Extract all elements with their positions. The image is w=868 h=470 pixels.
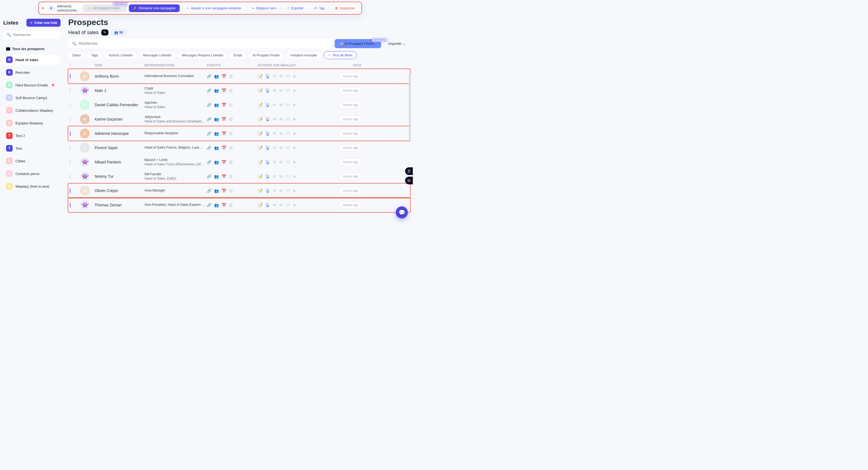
eye-icon[interactable]: 👁 <box>273 103 277 107</box>
mail-open-icon[interactable]: 📨 <box>285 103 290 107</box>
select-all-checkbox[interactable] <box>70 63 70 67</box>
table-row[interactable]: KKarine GazarianJellysmackHead of Sales … <box>68 112 410 126</box>
users-icon[interactable]: 👥 <box>214 174 219 179</box>
rss-icon[interactable]: 📡 <box>265 103 270 107</box>
filter-linkedin-actions[interactable]: Actions Linkedin <box>105 52 136 59</box>
export-button[interactable]: ⇪ Exporter <box>283 4 308 12</box>
move-to-button[interactable]: ↪ Déplacer vers <box>247 4 280 12</box>
eye-icon[interactable]: 👁 <box>273 88 277 93</box>
send-icon[interactable]: ➤ <box>293 188 296 193</box>
eye-icon[interactable]: 👁 <box>273 174 277 179</box>
delete-button[interactable]: 🗑 Supprimer <box>331 4 359 12</box>
tag-cell[interactable]: Aucun tag <box>339 73 361 80</box>
sidebar-list-item[interactable]: CCollaborateurs Waalaxy <box>3 105 61 115</box>
calendar-icon[interactable]: 📅 <box>221 117 226 121</box>
calendar-icon[interactable]: 📅 <box>221 88 226 93</box>
sidebar-list-item[interactable]: SSoft Bounce Camp1 <box>3 93 61 103</box>
edit-list-button[interactable]: ✎ <box>101 29 108 35</box>
link-icon[interactable]: 🔗 <box>207 117 211 121</box>
row-checkbox[interactable] <box>70 74 70 79</box>
at-icon[interactable]: @ <box>229 103 233 107</box>
rss-icon[interactable]: 📡 <box>265 146 270 150</box>
mail-open-icon[interactable]: 📨 <box>285 188 290 193</box>
add-to-campaign-button[interactable]: ＋ Ajouter à une campagne existante <box>182 4 245 12</box>
at-icon[interactable]: @ <box>229 160 233 164</box>
link-icon[interactable]: 🔗 <box>207 88 211 93</box>
eye-icon[interactable]: 👁 <box>273 146 277 150</box>
tag-cell[interactable]: Aucun tag <box>339 144 361 151</box>
row-checkbox[interactable] <box>70 117 70 122</box>
eye-icon[interactable]: 👁 <box>273 203 277 207</box>
link-icon[interactable]: 🔗 <box>207 131 211 136</box>
calendar-icon[interactable]: 📅 <box>221 131 226 136</box>
at-icon[interactable]: @ <box>229 88 233 93</box>
rss-icon[interactable]: 📡 <box>265 88 270 93</box>
table-row[interactable]: OOlivier CrépinArea Manager🔗👥📅@📝📡👁✉📨➤Auc… <box>68 184 410 198</box>
link-icon[interactable]: 🔗 <box>207 103 211 107</box>
note-icon[interactable]: 📝 <box>258 203 262 207</box>
rss-icon[interactable]: 📡 <box>265 131 270 136</box>
translate-button[interactable]: 文 <box>405 167 413 175</box>
users-icon[interactable]: 👥 <box>214 160 219 164</box>
calendar-icon[interactable]: 📅 <box>221 203 226 207</box>
eye-icon[interactable]: 👁 <box>273 117 277 121</box>
filter-status[interactable]: Statut <box>68 52 85 59</box>
sidebar-list-item[interactable]: TTest 2 <box>3 131 61 140</box>
at-icon[interactable]: @ <box>229 146 233 150</box>
main-search-input[interactable] <box>79 41 328 46</box>
row-checkbox[interactable] <box>70 160 70 164</box>
link-icon[interactable]: 🔗 <box>207 74 211 79</box>
calendar-icon[interactable]: 📅 <box>221 188 226 193</box>
filter-ai-prospect[interactable]: AI Prospect Finder <box>249 52 284 59</box>
send-icon[interactable]: ➤ <box>293 103 296 107</box>
at-icon[interactable]: @ <box>229 174 233 179</box>
mail-icon[interactable]: ✉ <box>279 188 283 193</box>
link-icon[interactable]: 🔗 <box>207 203 211 207</box>
note-icon[interactable]: 📝 <box>258 160 262 164</box>
mail-icon[interactable]: ✉ <box>279 103 283 107</box>
sidebar-list-item[interactable]: HHead of sales <box>3 55 61 65</box>
eye-icon[interactable]: 👁 <box>273 188 277 193</box>
eye-icon[interactable]: 👁 <box>273 131 277 136</box>
note-icon[interactable]: 📝 <box>258 103 262 107</box>
close-icon[interactable]: ✕ <box>41 6 45 11</box>
more-filters-button[interactable]: ＋ Plus de filtres <box>323 51 356 59</box>
users-icon[interactable]: 👥 <box>214 103 219 107</box>
at-icon[interactable]: @ <box>229 131 233 136</box>
row-checkbox[interactable] <box>70 131 70 136</box>
discord-button[interactable]: 👾 <box>405 177 413 184</box>
mail-open-icon[interactable]: 📨 <box>285 74 290 79</box>
calendar-icon[interactable]: 📅 <box>221 74 226 79</box>
users-icon[interactable]: 👥 <box>214 131 219 136</box>
tag-cell[interactable]: Aucun tag <box>339 158 361 166</box>
table-row[interactable]: AAdrienne HanocqueResponsable réception🔗… <box>68 126 410 140</box>
mail-open-icon[interactable]: 📨 <box>285 131 290 136</box>
note-icon[interactable]: 📝 <box>258 174 262 179</box>
tag-cell[interactable]: Aucun tag <box>339 116 361 123</box>
table-row[interactable]: DDaniel Caldas FernandesApp'inesHead of … <box>68 98 410 112</box>
filter-email[interactable]: Email <box>230 52 246 59</box>
sidebar-list-item[interactable]: TTest <box>3 144 61 153</box>
at-icon[interactable]: @ <box>229 203 233 207</box>
filter-linkedin-messages[interactable]: Messages Linkedin <box>139 52 175 59</box>
sidebar-search-input[interactable] <box>13 33 59 37</box>
rss-icon[interactable]: 📡 <box>265 160 270 164</box>
tag-cell[interactable]: Aucun tag <box>339 101 361 108</box>
tag-cell[interactable]: Aucun tag <box>339 130 361 137</box>
at-icon[interactable]: @ <box>229 117 233 121</box>
link-icon[interactable]: 🔗 <box>207 188 211 193</box>
users-icon[interactable]: 👥 <box>214 146 219 150</box>
send-icon[interactable]: ➤ <box>293 160 296 164</box>
import-button[interactable]: Importer ⌄ <box>384 39 410 48</box>
row-checkbox[interactable] <box>70 203 70 208</box>
table-row[interactable] <box>68 212 410 218</box>
sidebar-list-item[interactable]: CCibles <box>3 156 61 166</box>
table-row[interactable]: FFlorent SayetHead of Sales France, Belg… <box>68 140 410 155</box>
calendar-icon[interactable]: 📅 <box>221 146 226 150</box>
send-icon[interactable]: ➤ <box>293 88 296 93</box>
sidebar-list-item[interactable]: RRecruiter <box>3 67 61 77</box>
sidebar-list-item[interactable]: HHard Bounce Emails✖ <box>3 80 61 90</box>
send-icon[interactable]: ➤ <box>293 131 296 136</box>
send-icon[interactable]: ➤ <box>293 146 296 150</box>
calendar-icon[interactable]: 📅 <box>221 160 226 164</box>
